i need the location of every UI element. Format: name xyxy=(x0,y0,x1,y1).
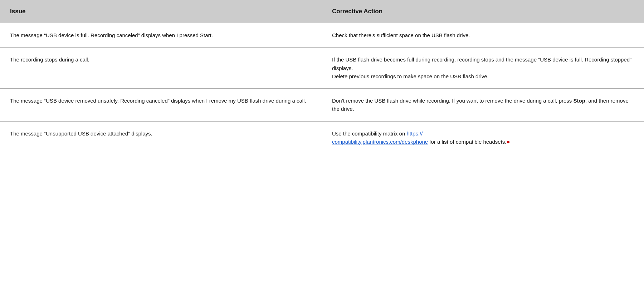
table-header-row: Issue Corrective Action xyxy=(0,0,644,23)
action-text-2b: Delete previous recordings to make space… xyxy=(332,73,489,79)
issue-cell-1: The message “USB device is full. Recordi… xyxy=(0,23,322,48)
issue-text-1: The message “USB device is full. Recordi… xyxy=(10,32,213,38)
table-row: The message “USB device removed unsafely… xyxy=(0,89,644,122)
issue-cell-4: The message “Unsupported USB device atta… xyxy=(0,121,322,154)
table-row: The recording stops during a call. If th… xyxy=(0,48,644,89)
action-text-4-suffix: for a list of compatible headsets. xyxy=(428,139,506,145)
action-text-3-bold: Stop xyxy=(573,98,585,104)
issue-text-4: The message “Unsupported USB device atta… xyxy=(10,130,152,137)
action-text-2a: If the USB flash drive becomes full duri… xyxy=(332,56,631,71)
table-row: The message “USB device is full. Recordi… xyxy=(0,23,644,48)
action-text-3-prefix: Don’t remove the USB flash drive while r… xyxy=(332,98,573,104)
table-row: The message “Unsupported USB device atta… xyxy=(0,121,644,154)
issue-cell-3: The message “USB device removed unsafely… xyxy=(0,89,322,122)
action-text-1: Check that there’s sufficient space on t… xyxy=(332,32,470,38)
action-cell-4: Use the compatibility matrix on https://… xyxy=(322,121,644,154)
issue-column-header: Issue xyxy=(0,0,322,23)
action-text-4-prefix: Use the compatibility matrix on xyxy=(332,130,406,137)
corrective-action-column-header: Corrective Action xyxy=(322,0,644,23)
issue-cell-2: The recording stops during a call. xyxy=(0,48,322,89)
issue-text-3: The message “USB device removed unsafely… xyxy=(10,98,306,104)
issue-text-2: The recording stops during a call. xyxy=(10,56,89,63)
red-dot-indicator xyxy=(507,141,509,143)
action-cell-2: If the USB flash drive becomes full duri… xyxy=(322,48,644,89)
troubleshooting-table: Issue Corrective Action The message “USB… xyxy=(0,0,644,154)
action-cell-1: Check that there’s sufficient space on t… xyxy=(322,23,644,48)
action-cell-3: Don’t remove the USB flash drive while r… xyxy=(322,89,644,122)
